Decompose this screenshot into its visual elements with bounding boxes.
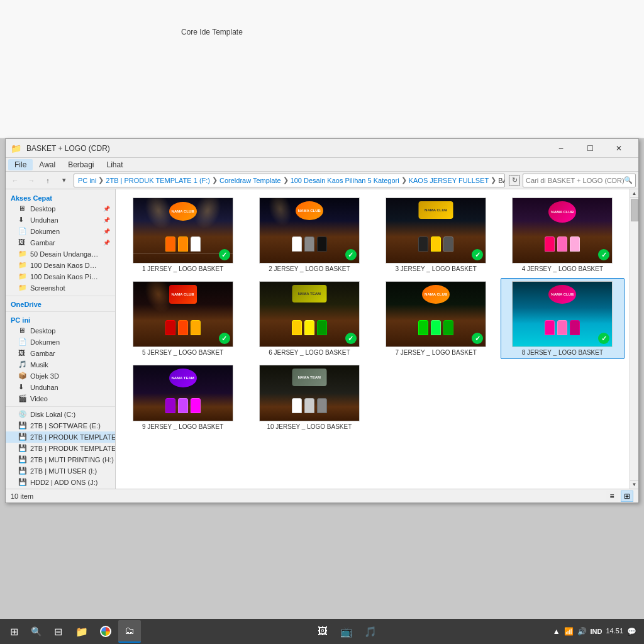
sidebar-divider-2 (6, 311, 115, 312)
file-item-6[interactable]: NAMA TEAM ✓ 6 JERSEY _ LOGO BASKET (247, 278, 371, 359)
maximize-button[interactable]: ☐ (575, 139, 604, 158)
taskbar-app-2[interactable]: 📺 (335, 620, 358, 643)
logo-1: NAMA CLUB (169, 202, 197, 221)
sidebar-pc-label[interactable]: PC ini (6, 314, 115, 325)
network-icon[interactable]: 📶 (564, 627, 574, 636)
sidebar-drive-g[interactable]: 💾 2TB | PRODUK TEMPLATE 2 (G:) (6, 443, 115, 454)
taskbar-explorer-button[interactable]: 📁 (70, 620, 93, 643)
sidebar-item-gambar-pc[interactable]: 🖼 Gambar (6, 348, 115, 359)
tray-arrow-icon[interactable]: ▲ (553, 627, 560, 636)
sidebar-item-gambar-quick[interactable]: 🖼 Gambar 📌 (6, 237, 115, 248)
sidebar-item-unduhan-quick[interactable]: ⬇ Unduhan 📌 (6, 214, 115, 226)
file-area[interactable]: ▲ ▼ NAMA CLUB (116, 189, 638, 489)
menu-awal[interactable]: Awal (33, 159, 62, 170)
sidebar-drive-c-label: Disk Lokal (C:) (30, 411, 75, 418)
task-view-icon: ⊟ (54, 626, 62, 638)
sidebar-item-50desain[interactable]: 📁 50 Desain Undangan Modern Kel... (6, 248, 115, 260)
file-item-4[interactable]: NAMA CLUB ✓ 4 JERSEY _ LOGO BASKET (501, 194, 625, 275)
file-item-10[interactable]: NAMA TEAM 10 JERSEY _ LOGO BASKET (247, 362, 371, 433)
sidebar-pc-desktop-label: Desktop (30, 327, 55, 335)
volume-icon[interactable]: 🔊 (577, 627, 587, 636)
sidebar-item-desktop-quick[interactable]: 🖥 Desktop 📌 (6, 203, 115, 214)
file-item-9[interactable]: NAMA TEAM 9 JERSEY _ LOGO BASKET (121, 362, 245, 433)
sidebar-drive-j[interactable]: 💾 HDD2 | ADD ONS (J:) (6, 477, 115, 488)
taskbar-app-1[interactable]: 🖼 (311, 620, 334, 643)
sidebar-item-dokumen-pc[interactable]: 📄 Dokumen (6, 336, 115, 348)
sidebar-item-screenshot[interactable]: 📁 Screenshot (6, 282, 115, 294)
jersey-7b (431, 320, 441, 335)
file-item-2[interactable]: NAMA CLUB ✓ 2 JERSEY _ LOGO BASKET (247, 194, 371, 275)
file-item-8[interactable]: NAMA CLUB ✓ 8 JERSEY _ LOGO BASKET (501, 278, 625, 359)
thumb-7: NAMA CLUB ✓ (386, 281, 486, 347)
nav-forward-button[interactable]: → (25, 174, 38, 187)
file-item-7[interactable]: NAMA CLUB ✓ 7 JERSEY _ LOGO BASKET (374, 278, 498, 359)
view-tiles-button[interactable]: ⊞ (621, 491, 633, 502)
sidebar-drive-f[interactable]: 💾 2TB | PRODUK TEMPLATE 1 (F:) (6, 431, 115, 443)
nav-back-button[interactable]: ← (8, 174, 22, 187)
taskbar-chrome-button[interactable] (94, 620, 117, 643)
notification-icon[interactable]: 💬 (627, 627, 636, 636)
checkmark-5: ✓ (219, 333, 230, 344)
sidebar-drive-h[interactable]: 💾 2TB | MUTI PRINTING (H:) (6, 454, 115, 465)
sidebar-item-musik[interactable]: 🎵 Musik (6, 359, 115, 370)
taskbar-clock[interactable]: 14.51 (606, 626, 623, 636)
jersey-7a (418, 320, 428, 335)
sidebar-drive-c[interactable]: 💿 Disk Lokal (C:) (6, 409, 115, 420)
nav-up-button[interactable]: ↑ (41, 174, 55, 187)
file-item-1[interactable]: NAMA CLUB ✓ 1 JERSEY _ LOGO BASKET (121, 194, 245, 275)
desktop-icon: 🖥 (18, 204, 27, 213)
status-bar: 10 item ≡ ⊞ (6, 489, 638, 502)
checkmark-6: ✓ (345, 333, 357, 344)
sidebar-screenshot-label: Screenshot (30, 284, 65, 292)
taskbar-middle: 🖼 📺 🎵 (142, 620, 552, 643)
jersey-8a (545, 320, 555, 335)
breadcrumb-100[interactable]: 100 Desain Kaos Pilihan 5 Kategori (291, 177, 399, 184)
checkmark-2: ✓ (345, 249, 357, 260)
sidebar-item-100kaos[interactable]: 📁 100 Desain Kaos Pilihan 5 Katego (6, 271, 115, 282)
sidebar-drive-i-label: 2TB | MUTI USER (I:) (30, 467, 97, 475)
breadcrumb-2tb[interactable]: 2TB | PRODUK TEMPLATE 1 (F:) (106, 177, 210, 184)
sidebar-onedrive-label[interactable]: OneDrive (6, 298, 115, 309)
taskbar-start-button[interactable]: ⊞ (3, 620, 25, 643)
logo-3: NAMA CLUB (419, 201, 453, 219)
breadcrumb-pc[interactable]: PC ini (78, 177, 96, 184)
sidebar-item-objek3d[interactable]: 📦 Objek 3D (6, 370, 115, 382)
file-item-5[interactable]: NAMA CLUB ✓ 5 JERSEY _ LOGO BASKET (121, 278, 245, 359)
sidebar-item-dokumen-quick[interactable]: 📄 Dokumen 📌 (6, 226, 115, 237)
taskbar-task-view-button[interactable]: ⊟ (47, 620, 69, 643)
drive-h-icon: 💾 (18, 455, 27, 464)
sidebar-quick-access-label[interactable]: Akses Cepat (6, 192, 115, 203)
menu-berbagi[interactable]: Berbagi (62, 159, 100, 170)
sidebar-drive-i[interactable]: 💾 2TB | MUTI USER (I:) (6, 465, 115, 477)
scroll-thumb[interactable] (631, 199, 638, 221)
breadcrumb-bar[interactable]: PC ini ❯ 2TB | PRODUK TEMPLATE 1 (F:) ❯ … (74, 174, 505, 187)
scroll-down-arrow[interactable]: ▼ (630, 480, 639, 489)
nav-recent-button[interactable]: ▾ (57, 174, 71, 187)
file-item-3[interactable]: NAMA CLUB ✓ 3 JERSEY _ LOGO BASKET (374, 194, 498, 275)
sidebar-item-unduhan-pc[interactable]: ⬇ Unduhan (6, 382, 115, 393)
minimize-button[interactable]: – (547, 139, 575, 158)
sidebar-item-video[interactable]: 🎬 Video (6, 393, 115, 404)
taskbar-file-explorer-button[interactable]: 🗂 (118, 620, 141, 643)
taskbar-search-button[interactable]: 🔍 (26, 620, 45, 643)
breadcrumb-cdr[interactable]: Coreldraw Template (219, 177, 281, 184)
taskbar-app-3[interactable]: 🎵 (359, 620, 382, 643)
menu-file[interactable]: File (8, 159, 33, 170)
refresh-button[interactable]: ↻ (509, 175, 520, 186)
thumb-10: NAMA TEAM (259, 365, 360, 421)
search-input[interactable] (526, 177, 624, 184)
language-indicator[interactable]: IND (591, 628, 602, 635)
menu-lihat[interactable]: Lihat (101, 159, 130, 170)
file-label-6: 6 JERSEY _ LOGO BASKET (269, 349, 350, 356)
search-bar[interactable]: 🔍 (523, 174, 636, 187)
sidebar-unduhan-pc-label: Unduhan (30, 384, 58, 391)
sidebar-item-desktop-pc[interactable]: 🖥 Desktop (6, 325, 115, 336)
explorer-icon: 📁 (75, 626, 88, 638)
close-button[interactable]: ✕ (604, 139, 633, 158)
scroll-up-arrow[interactable]: ▲ (630, 189, 639, 198)
jersey-9a (165, 398, 175, 413)
sidebar-item-100dakwah[interactable]: 📁 100 Desain Kaos Dakwah Terlaris (6, 260, 115, 271)
view-details-button[interactable]: ≡ (606, 491, 618, 502)
sidebar-drive-e[interactable]: 💾 2TB | SOFTWARE (E:) (6, 420, 115, 431)
breadcrumb-jersey[interactable]: KAOS JERSEY FULLSET (409, 177, 489, 184)
